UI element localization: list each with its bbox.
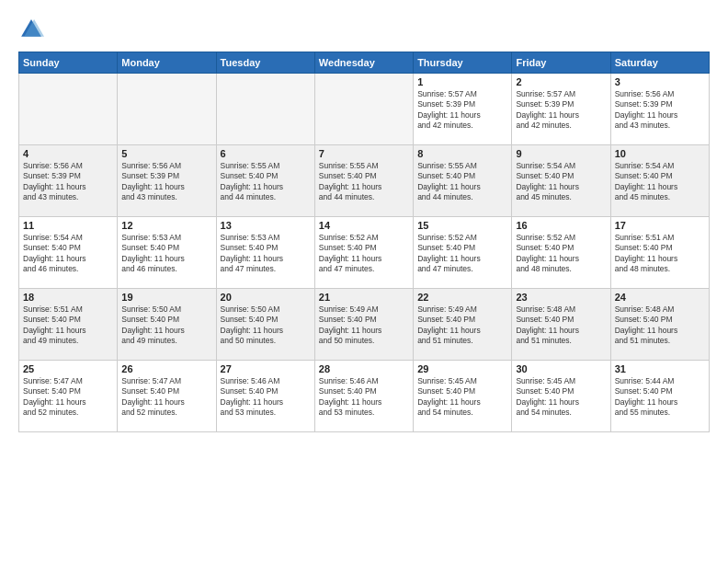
day-number: 7 (319, 148, 409, 159)
calendar-day-cell (216, 74, 314, 145)
calendar-day-cell: 3Sunrise: 5:56 AM Sunset: 5:39 PM Daylig… (610, 74, 709, 145)
calendar-day-cell: 20Sunrise: 5:50 AM Sunset: 5:40 PM Dayli… (216, 289, 314, 361)
day-number: 29 (417, 363, 507, 374)
calendar-week-row: 11Sunrise: 5:54 AM Sunset: 5:40 PM Dayli… (19, 217, 710, 289)
weekday-header: Thursday (414, 52, 512, 74)
day-info: Sunrise: 5:51 AM Sunset: 5:40 PM Dayligh… (23, 304, 113, 347)
day-number: 3 (615, 76, 705, 87)
calendar-week-row: 4Sunrise: 5:56 AM Sunset: 5:39 PM Daylig… (19, 145, 710, 217)
day-number: 1 (417, 76, 507, 87)
calendar-table: SundayMondayTuesdayWednesdayThursdayFrid… (18, 52, 710, 432)
calendar-day-cell: 19Sunrise: 5:50 AM Sunset: 5:40 PM Dayli… (118, 289, 216, 361)
page: SundayMondayTuesdayWednesdayThursdayFrid… (0, 0, 728, 563)
calendar-day-cell: 17Sunrise: 5:51 AM Sunset: 5:40 PM Dayli… (610, 217, 709, 289)
calendar-day-cell: 12Sunrise: 5:53 AM Sunset: 5:40 PM Dayli… (118, 217, 216, 289)
weekday-header: Sunday (19, 52, 118, 74)
day-info: Sunrise: 5:57 AM Sunset: 5:39 PM Dayligh… (417, 89, 507, 132)
calendar-week-row: 25Sunrise: 5:47 AM Sunset: 5:40 PM Dayli… (19, 361, 710, 432)
calendar-day-cell: 29Sunrise: 5:45 AM Sunset: 5:40 PM Dayli… (414, 361, 512, 432)
calendar-day-cell: 23Sunrise: 5:48 AM Sunset: 5:40 PM Dayli… (512, 289, 610, 361)
calendar-day-cell: 27Sunrise: 5:46 AM Sunset: 5:40 PM Dayli… (216, 361, 314, 432)
calendar-day-cell: 18Sunrise: 5:51 AM Sunset: 5:40 PM Dayli… (19, 289, 118, 361)
calendar-day-cell: 31Sunrise: 5:44 AM Sunset: 5:40 PM Dayli… (610, 361, 709, 432)
day-info: Sunrise: 5:46 AM Sunset: 5:40 PM Dayligh… (319, 376, 409, 419)
day-number: 10 (615, 148, 705, 159)
calendar-day-cell: 11Sunrise: 5:54 AM Sunset: 5:40 PM Dayli… (19, 217, 118, 289)
day-number: 4 (23, 148, 113, 159)
day-info: Sunrise: 5:53 AM Sunset: 5:40 PM Dayligh… (121, 233, 211, 275)
calendar-day-cell: 24Sunrise: 5:48 AM Sunset: 5:40 PM Dayli… (610, 289, 709, 361)
day-info: Sunrise: 5:50 AM Sunset: 5:40 PM Dayligh… (121, 304, 211, 347)
day-number: 5 (121, 148, 211, 159)
day-info: Sunrise: 5:49 AM Sunset: 5:40 PM Dayligh… (319, 304, 409, 347)
calendar-day-cell: 10Sunrise: 5:54 AM Sunset: 5:40 PM Dayli… (610, 145, 709, 217)
day-number: 22 (417, 292, 507, 303)
calendar-day-cell: 7Sunrise: 5:55 AM Sunset: 5:40 PM Daylig… (314, 145, 413, 217)
day-number: 15 (417, 220, 507, 231)
day-info: Sunrise: 5:54 AM Sunset: 5:40 PM Dayligh… (615, 161, 705, 203)
calendar-day-cell: 28Sunrise: 5:46 AM Sunset: 5:40 PM Dayli… (314, 361, 413, 432)
day-number: 21 (319, 292, 409, 303)
day-number: 31 (615, 363, 705, 374)
day-number: 2 (516, 76, 606, 87)
day-info: Sunrise: 5:52 AM Sunset: 5:40 PM Dayligh… (516, 233, 606, 275)
weekday-header: Friday (512, 52, 610, 74)
day-number: 12 (121, 220, 211, 231)
day-info: Sunrise: 5:56 AM Sunset: 5:39 PM Dayligh… (615, 89, 705, 132)
day-number: 14 (319, 220, 409, 231)
day-info: Sunrise: 5:45 AM Sunset: 5:40 PM Dayligh… (417, 376, 507, 419)
day-info: Sunrise: 5:48 AM Sunset: 5:40 PM Dayligh… (615, 304, 705, 347)
calendar-day-cell: 1Sunrise: 5:57 AM Sunset: 5:39 PM Daylig… (414, 74, 512, 145)
day-number: 24 (615, 292, 705, 303)
calendar-day-cell (314, 74, 413, 145)
day-info: Sunrise: 5:51 AM Sunset: 5:40 PM Dayligh… (615, 233, 705, 275)
day-number: 8 (417, 148, 507, 159)
logo-icon (18, 17, 44, 42)
day-number: 30 (516, 363, 606, 374)
day-info: Sunrise: 5:52 AM Sunset: 5:40 PM Dayligh… (417, 233, 507, 275)
calendar-day-cell: 2Sunrise: 5:57 AM Sunset: 5:39 PM Daylig… (512, 74, 610, 145)
day-number: 19 (121, 292, 211, 303)
calendar-day-cell: 30Sunrise: 5:45 AM Sunset: 5:40 PM Dayli… (512, 361, 610, 432)
day-info: Sunrise: 5:55 AM Sunset: 5:40 PM Dayligh… (319, 161, 409, 203)
weekday-header: Monday (118, 52, 216, 74)
calendar-day-cell (118, 74, 216, 145)
day-info: Sunrise: 5:54 AM Sunset: 5:40 PM Dayligh… (516, 161, 606, 203)
day-number: 23 (516, 292, 606, 303)
calendar-day-cell: 13Sunrise: 5:53 AM Sunset: 5:40 PM Dayli… (216, 217, 314, 289)
day-number: 28 (319, 363, 409, 374)
day-info: Sunrise: 5:56 AM Sunset: 5:39 PM Dayligh… (121, 161, 211, 203)
header (18, 17, 710, 42)
weekday-header-row: SundayMondayTuesdayWednesdayThursdayFrid… (19, 52, 710, 74)
calendar-day-cell: 15Sunrise: 5:52 AM Sunset: 5:40 PM Dayli… (414, 217, 512, 289)
day-info: Sunrise: 5:46 AM Sunset: 5:40 PM Dayligh… (221, 376, 311, 419)
logo (18, 17, 50, 42)
day-number: 13 (221, 220, 311, 231)
calendar-day-cell: 9Sunrise: 5:54 AM Sunset: 5:40 PM Daylig… (512, 145, 610, 217)
day-info: Sunrise: 5:54 AM Sunset: 5:40 PM Dayligh… (23, 233, 113, 275)
day-number: 17 (615, 220, 705, 231)
calendar-day-cell: 26Sunrise: 5:47 AM Sunset: 5:40 PM Dayli… (118, 361, 216, 432)
day-info: Sunrise: 5:45 AM Sunset: 5:40 PM Dayligh… (516, 376, 606, 419)
day-number: 11 (23, 220, 113, 231)
calendar-week-row: 18Sunrise: 5:51 AM Sunset: 5:40 PM Dayli… (19, 289, 710, 361)
weekday-header: Wednesday (314, 52, 413, 74)
day-number: 18 (23, 292, 113, 303)
day-info: Sunrise: 5:56 AM Sunset: 5:39 PM Dayligh… (23, 161, 113, 203)
calendar-day-cell: 21Sunrise: 5:49 AM Sunset: 5:40 PM Dayli… (314, 289, 413, 361)
day-info: Sunrise: 5:53 AM Sunset: 5:40 PM Dayligh… (221, 233, 311, 275)
calendar-day-cell: 16Sunrise: 5:52 AM Sunset: 5:40 PM Dayli… (512, 217, 610, 289)
day-info: Sunrise: 5:50 AM Sunset: 5:40 PM Dayligh… (221, 304, 311, 347)
day-number: 25 (23, 363, 113, 374)
day-info: Sunrise: 5:52 AM Sunset: 5:40 PM Dayligh… (319, 233, 409, 275)
calendar-day-cell (19, 74, 118, 145)
calendar-day-cell: 25Sunrise: 5:47 AM Sunset: 5:40 PM Dayli… (19, 361, 118, 432)
day-number: 9 (516, 148, 606, 159)
day-info: Sunrise: 5:55 AM Sunset: 5:40 PM Dayligh… (417, 161, 507, 203)
calendar-day-cell: 6Sunrise: 5:55 AM Sunset: 5:40 PM Daylig… (216, 145, 314, 217)
calendar-day-cell: 14Sunrise: 5:52 AM Sunset: 5:40 PM Dayli… (314, 217, 413, 289)
day-info: Sunrise: 5:48 AM Sunset: 5:40 PM Dayligh… (516, 304, 606, 347)
calendar-day-cell: 5Sunrise: 5:56 AM Sunset: 5:39 PM Daylig… (118, 145, 216, 217)
day-info: Sunrise: 5:47 AM Sunset: 5:40 PM Dayligh… (23, 376, 113, 419)
day-number: 16 (516, 220, 606, 231)
